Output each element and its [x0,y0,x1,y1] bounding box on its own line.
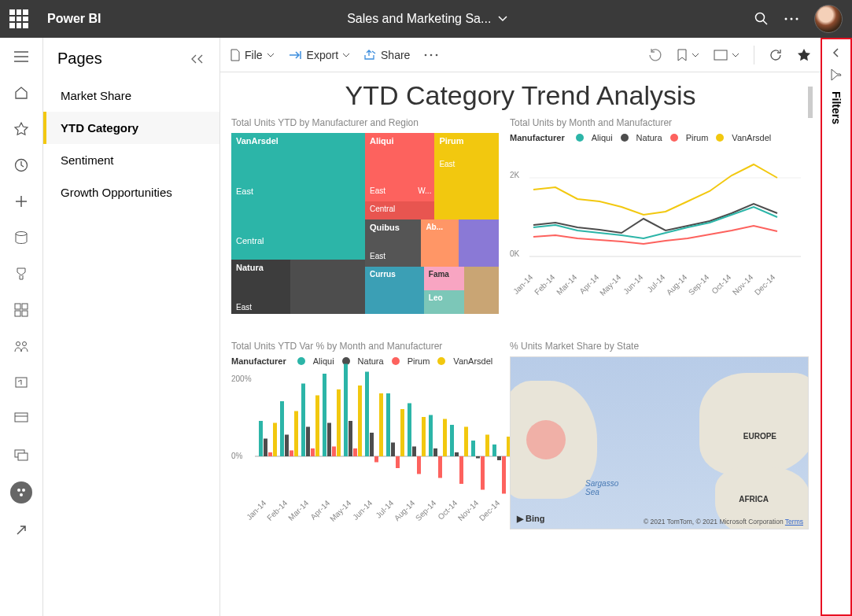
svg-rect-72 [417,456,421,474]
favorites-icon[interactable] [12,120,31,138]
create-icon[interactable] [12,192,31,211]
favorite-star-icon[interactable] [797,48,811,62]
view-icon [714,50,728,61]
page-item-market-share[interactable]: Market Share [43,79,219,112]
report-name[interactable]: Sales and Marketing Sa... [347,12,491,26]
svg-text:Feb-14: Feb-14 [265,498,289,522]
bar-chart-visual[interactable]: Total Units YTD Var % by Month and Manuf… [231,341,499,537]
recent-icon[interactable] [12,156,31,175]
bookmark-menu[interactable] [677,49,699,61]
svg-text:Aug-14: Aug-14 [665,272,689,297]
svg-rect-66 [386,393,390,456]
shared-icon[interactable] [12,337,31,356]
line-chart-visual[interactable]: Total Units by Month and Manufacturer Ma… [510,117,809,330]
svg-rect-51 [306,427,310,457]
chevron-down-icon [692,52,699,58]
svg-point-10 [17,342,20,346]
svg-rect-75 [433,448,437,456]
svg-point-2 [791,18,793,20]
filters-pane[interactable]: Filters [821,38,852,616]
treemap-visual[interactable]: Total Units YTD by Manufacturer and Regi… [231,117,499,330]
svg-rect-58 [344,364,348,457]
hamburger-icon[interactable] [12,47,31,66]
more-icon[interactable] [784,17,799,21]
terms-link[interactable]: Terms [785,518,803,526]
svg-rect-78 [450,425,454,456]
report-canvas: YTD Category Trend Analysis Total Units … [220,72,821,616]
map-visual[interactable]: % Units Market Share by State EUROPE AFR… [510,341,809,537]
content: File Export Share YTD Category Trend Ana [220,38,821,616]
filter-icon[interactable] [830,69,843,80]
view-menu[interactable] [714,50,740,61]
scrollbar[interactable] [808,87,813,118]
reset-icon[interactable] [648,48,662,62]
svg-text:Apr-14: Apr-14 [577,272,600,295]
svg-rect-74 [429,415,433,457]
workspaces-icon[interactable] [12,409,31,428]
chevron-down-icon[interactable] [497,13,508,24]
file-menu[interactable]: File [230,49,275,61]
svg-rect-53 [315,396,319,457]
bing-logo: ▶ Bing [517,514,545,524]
svg-rect-42 [259,421,263,456]
svg-rect-81 [464,427,468,457]
deployment-icon[interactable] [12,445,31,464]
search-icon[interactable] [754,12,769,26]
svg-rect-61 [358,385,362,456]
svg-point-3 [796,18,799,20]
svg-rect-50 [301,384,305,457]
svg-text:Sep-14: Sep-14 [414,498,438,522]
export-icon [289,50,303,61]
svg-rect-73 [422,417,426,456]
barchart-title: Total Units YTD Var % by Month and Manuf… [231,341,499,352]
svg-text:Nov-14: Nov-14 [456,498,481,522]
svg-rect-44 [268,452,272,456]
svg-rect-46 [280,401,284,456]
learn-icon[interactable] [12,373,31,392]
page-item-sentiment[interactable]: Sentiment [43,144,219,176]
svg-point-16 [17,489,20,492]
svg-rect-69 [400,409,404,456]
my-workspace-icon[interactable] [10,481,32,503]
avatar[interactable] [814,5,843,33]
svg-text:Mar-14: Mar-14 [286,498,310,522]
datasets-icon[interactable] [12,228,31,247]
svg-text:2K: 2K [510,171,520,179]
svg-text:May-14: May-14 [328,498,353,523]
collapse-icon[interactable] [190,53,205,65]
external-link-icon[interactable] [12,521,31,540]
chevron-down-icon [267,52,275,58]
toolbar-more-icon[interactable] [424,53,438,57]
svg-rect-55 [327,423,331,457]
apps-icon[interactable] [12,301,31,319]
bookmark-icon [677,49,688,61]
svg-rect-45 [273,423,277,457]
svg-rect-52 [311,448,315,456]
svg-rect-57 [337,389,341,456]
app-launcher-icon[interactable] [9,9,28,28]
svg-rect-82 [471,441,475,456]
report-toolbar: File Export Share [220,38,821,72]
topbar: Power BI Sales and Marketing Sa... [0,0,852,38]
svg-text:Dec-14: Dec-14 [478,498,502,522]
svg-text:May-14: May-14 [598,272,623,297]
tm-fama: Fama [424,267,464,290]
svg-point-5 [16,232,27,236]
refresh-icon[interactable] [769,48,783,62]
share-button[interactable]: Share [364,49,410,61]
svg-rect-43 [264,439,267,457]
home-icon[interactable] [12,83,31,102]
page-item-ytd-category[interactable]: YTD Category [43,112,219,144]
chevron-left-icon[interactable] [831,47,842,58]
share-icon [364,50,377,61]
svg-rect-80 [459,456,463,484]
svg-point-11 [23,342,27,346]
svg-rect-77 [443,419,447,457]
tm-leo: Leo [424,290,464,314]
goals-icon[interactable] [12,264,31,283]
page-item-growth[interactable]: Growth Opportunities [43,176,219,208]
svg-rect-8 [15,311,20,316]
tm-abbas: Ab... [421,219,459,267]
svg-text:Oct-14: Oct-14 [710,272,732,295]
export-menu[interactable]: Export [289,49,350,61]
